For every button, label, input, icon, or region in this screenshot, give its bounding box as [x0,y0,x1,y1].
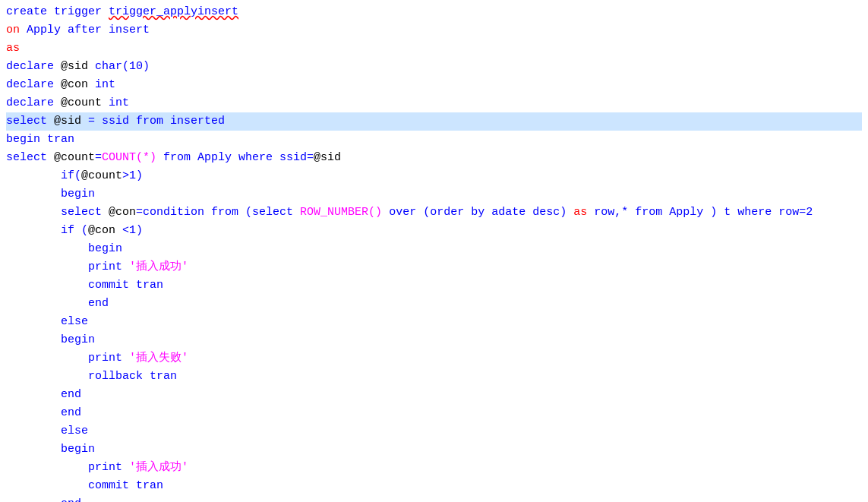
code-line: commit tran [6,477,862,495]
code-token: commit tran [6,479,163,492]
code-line: print '插入成功' [6,258,862,276]
code-line: declare @count int [6,94,862,112]
code-line: on Apply after insert [6,21,862,39]
code-token: as [6,42,20,55]
code-token: select [6,151,54,164]
code-token: declare [6,60,61,73]
code-line: begin [6,240,862,258]
code-token: print [6,352,129,365]
code-editor: create trigger trigger_applyinserton App… [0,0,868,502]
code-token: int [102,96,129,109]
code-token: select [6,206,109,219]
code-line: begin [6,331,862,349]
code-token: if ( [6,224,88,237]
code-token: ROW_NUMBER() [300,206,382,219]
code-token: '插入成功' [129,461,188,474]
code-token: over (order by adate desc) [382,206,573,219]
code-token: select [6,115,54,128]
code-token: COUNT(*) [102,151,156,164]
code-token: @con [109,206,136,219]
code-token: @sid [61,60,88,73]
code-line: select @con=condition from (select ROW_N… [6,204,862,222]
code-token: begin tran [6,133,74,146]
code-line: end [6,404,862,422]
code-line: declare @con int [6,76,862,94]
code-token: '插入成功' [129,260,188,273]
code-token: = [95,151,102,164]
code-token: int [88,78,115,91]
code-token: as [573,206,587,219]
code-line: begin [6,440,862,459]
code-token: trigger_applyinsert [109,5,238,18]
code-token: >1) [122,169,143,182]
code-token: declare [6,78,61,91]
code-line: print '插入成功' [6,459,862,477]
code-token: = ssid from inserted [81,115,225,128]
code-token: end [6,497,81,502]
code-token: end [6,297,109,310]
code-line: rollback tran [6,368,862,386]
code-token: @sid [314,151,341,164]
code-line: else [6,313,862,331]
code-token: rollback tran [6,370,177,383]
code-token: commit tran [6,279,163,292]
code-line: end [6,295,862,313]
code-token: begin [6,333,95,346]
code-token: if( [6,169,81,182]
code-token: @con [88,224,115,237]
code-token: declare [6,96,61,109]
code-token: begin [6,242,122,255]
code-line: if(@count>1) [6,167,862,185]
code-line: create trigger trigger_applyinsert [6,3,862,21]
code-token: Apply after insert [20,24,150,36]
code-token: row,* from Apply ) t where row=2 [587,206,813,219]
code-token: @count [61,96,102,109]
code-line: begin tran [6,131,862,149]
code-token: begin [6,443,95,456]
code-token: @count [81,169,122,182]
code-token: end [6,388,81,401]
code-line: select @sid = ssid from inserted [6,112,862,131]
code-lines: create trigger trigger_applyinserton App… [6,3,862,502]
code-line: declare @sid char(10) [6,58,862,76]
code-token: else [6,425,88,437]
code-token: begin [6,188,95,200]
code-token: else [6,315,88,328]
code-token: end [6,406,81,419]
code-token: print [6,260,129,273]
code-line: end [6,386,862,404]
code-token: print [6,461,129,474]
code-token: from Apply where ssid= [156,151,314,164]
code-line: as [6,39,862,58]
code-line: else [6,422,862,440]
code-line: if (@con <1) [6,222,862,240]
code-token: <1) [115,224,143,237]
code-token: '插入失败' [129,352,188,365]
code-line: select @count=COUNT(*) from Apply where … [6,149,862,167]
code-line: begin [6,185,862,204]
code-line: print '插入失败' [6,349,862,368]
code-token: char(10) [88,60,150,73]
code-token: on [6,24,20,36]
code-token: @sid [54,115,81,128]
code-token: =condition from (select [136,206,300,219]
code-line: end [6,495,862,502]
code-token: @con [61,78,88,91]
code-token: @count [54,151,95,164]
code-token: create trigger [6,5,109,18]
code-line: commit tran [6,276,862,295]
